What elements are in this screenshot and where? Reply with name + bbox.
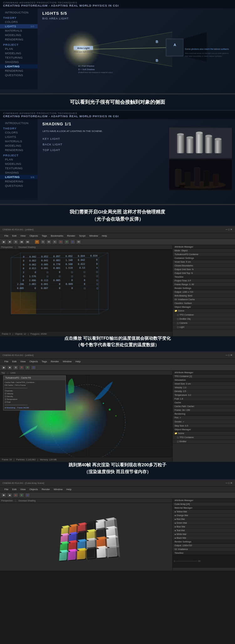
- menu-script[interactable]: Script: [78, 234, 86, 237]
- sidebar2-item-materials[interactable]: MATERIALS: [0, 139, 38, 144]
- menu2-file[interactable]: File: [4, 360, 9, 363]
- sidebar2-item-modeling2[interactable]: MODELING: [0, 162, 38, 166]
- sidebar2-item-lighting[interactable]: LIGHTING 1/1: [0, 175, 38, 179]
- toolbar-next[interactable]: ⏭: [25, 240, 30, 244]
- sidebar-item-rendering[interactable]: RENDERING: [0, 37, 38, 42]
- right2-section-attrib: Attribute Manager: [173, 371, 235, 374]
- toolbar-z[interactable]: Z: [70, 240, 75, 244]
- sidebar2-item-modeling[interactable]: MODELING: [0, 144, 38, 148]
- menu-window[interactable]: Window: [89, 234, 99, 237]
- sidebar2-project: PROJECT PLAN MODELING TEXTURING SHADING …: [0, 153, 38, 188]
- sidebar2-item-colors[interactable]: COLORS: [0, 130, 38, 135]
- menu-file[interactable]: File: [4, 234, 9, 237]
- toolbar2-x[interactable]: X: [19, 365, 24, 370]
- menu3-window[interactable]: Window: [53, 488, 63, 491]
- right3-item-10: Output: 1280x720: [173, 544, 235, 547]
- right3-item-5: ● Green Mat: [173, 521, 235, 525]
- menu-bookmarks[interactable]: Bookmarks: [50, 234, 64, 237]
- menu3-help[interactable]: Help: [66, 488, 72, 491]
- toolbar2-pause[interactable]: ⏸: [13, 365, 18, 370]
- sidebar-item-texturing[interactable]: TEXTURING: [0, 55, 38, 60]
- sidebar2-item-rendering2[interactable]: RENDERING: [0, 179, 38, 184]
- menu3-render[interactable]: Render: [41, 488, 50, 491]
- toolbar-s[interactable]: S: [40, 240, 45, 244]
- toolbar3-x[interactable]: X: [13, 493, 18, 497]
- menu2-window[interactable]: Window: [62, 360, 72, 363]
- menu2-edit[interactable]: Edit: [12, 360, 17, 363]
- toolbar3-stop[interactable]: ■: [7, 493, 12, 497]
- top-light: TOP LIGHT: [43, 147, 166, 153]
- toolbar3-y[interactable]: Y: [19, 493, 24, 497]
- sidebar-2: INTRODUCTION THEORY COLORS LIGHTS MATERI…: [0, 119, 38, 200]
- menu-objects[interactable]: Objects: [29, 234, 39, 237]
- toolbar-pause[interactable]: ⏸: [13, 240, 18, 244]
- toolbar-w[interactable]: W: [76, 240, 81, 244]
- menu2-help[interactable]: Help: [75, 360, 81, 363]
- sidebar-item-rendering2[interactable]: RENDERING: [0, 69, 38, 73]
- panel2-main: SHADING 1/1 LETS HAVE A LOOK AT LIGHTING…: [38, 119, 235, 200]
- toolbar-prev[interactable]: ⏮: [19, 240, 24, 244]
- sidebar2-section-project: PROJECT: [0, 153, 38, 157]
- menu2-objects[interactable]: Objects: [29, 360, 39, 363]
- toolbar2-y[interactable]: Y: [25, 365, 30, 370]
- key-light: KEY LIGHT: [43, 136, 166, 142]
- right-item-4: Closed Boundaries: [173, 264, 235, 268]
- menu2-render[interactable]: Render: [50, 360, 60, 363]
- panel-shading: CINEMA4D ADVANCED PRODUCTION TECHNIQUES …: [0, 111, 235, 205]
- menu-tags[interactable]: Tags: [41, 234, 48, 237]
- sidebar-item-questions[interactable]: QUESTIONS: [0, 73, 38, 77]
- menu2-view[interactable]: View: [20, 360, 26, 363]
- toolbar-play[interactable]: ▶: [1, 240, 6, 244]
- sidebar2-item-intro[interactable]: INTRODUCTION: [0, 121, 38, 125]
- toolbar2-z[interactable]: Z: [31, 365, 36, 370]
- menu-render[interactable]: Render: [66, 234, 76, 237]
- menu-view[interactable]: View: [20, 234, 26, 237]
- sidebar2-item-questions[interactable]: QUESTIONS: [0, 184, 38, 188]
- toolbar-r[interactable]: R: [34, 240, 39, 244]
- toolbar-m[interactable]: M: [46, 240, 51, 244]
- sidebar-item-modeling[interactable]: MODELING: [0, 33, 38, 37]
- cylinders-svg: [169, 128, 232, 159]
- sidebar-item-intro[interactable]: INTRODUCTION: [0, 10, 38, 15]
- sidebar2-item-texturing[interactable]: TEXTURING: [0, 166, 38, 170]
- sidebar-item-lighting[interactable]: LIGHTING: [0, 64, 38, 69]
- menu-help[interactable]: Help: [101, 234, 107, 237]
- sidebar-item-plan[interactable]: PLAN: [0, 47, 38, 51]
- cube-purple: [68, 551, 76, 560]
- menu3-view[interactable]: View: [20, 488, 26, 491]
- toolbar-x[interactable]: X: [58, 240, 63, 244]
- toolbar3-z[interactable]: Z: [25, 493, 30, 497]
- sidebar2-item-lights[interactable]: LIGHTS: [0, 135, 38, 139]
- menu3-edit[interactable]: Edit: [12, 488, 17, 491]
- shading-img-bot: [169, 159, 232, 190]
- right3-item-6: ● Blue Mat: [173, 525, 235, 529]
- c4d-window-controls: ─ □ ✕: [226, 228, 232, 231]
- right2-section-obj: Object Manager: [173, 428, 235, 432]
- sidebar2-item-shading[interactable]: SHADING: [0, 170, 38, 175]
- menu3-file[interactable]: File: [4, 488, 9, 491]
- sidebar-item-colors[interactable]: COLORS: [0, 20, 38, 24]
- svg-point-16: [215, 138, 222, 140]
- label-b-bot: B: [156, 59, 158, 62]
- menu2-tags[interactable]: Tags: [41, 360, 48, 363]
- lights-title: LIGHTS 5/5: [38, 8, 235, 17]
- cube-grid: [59, 519, 118, 561]
- toolbar-y[interactable]: Y: [64, 240, 69, 244]
- sidebar-item-shading[interactable]: SHADING: [0, 60, 38, 64]
- toolbar2-play[interactable]: ▶: [1, 365, 6, 370]
- toolbar-stop[interactable]: ■: [7, 240, 12, 244]
- sidebar2-item-plan[interactable]: PLAN: [0, 157, 38, 162]
- menu3-objects[interactable]: Objects: [29, 488, 39, 491]
- toolbar-k[interactable]: K: [52, 240, 57, 244]
- toolbar2-stop[interactable]: ■: [7, 365, 12, 370]
- toolbar3-play[interactable]: ▶: [1, 493, 6, 497]
- menu-edit[interactable]: Edit: [12, 234, 17, 237]
- sidebar2-item-rendering[interactable]: RENDERING: [0, 148, 38, 152]
- right-section-timeline: Timeline: [173, 275, 235, 279]
- sidebar-item-lights[interactable]: LIGHTS 5/5: [0, 24, 38, 29]
- sidebar-item-modeling2[interactable]: MODELING: [0, 51, 38, 55]
- sidebar-item-materials[interactable]: MATERIALS: [0, 29, 38, 33]
- c4d-menu-1: File Edit View Objects Tags Bookmarks Re…: [3, 234, 109, 237]
- right-item-5: Output Grid Size: N: [173, 268, 235, 271]
- tfd-viewport-header: Top | Lines: [0, 371, 172, 375]
